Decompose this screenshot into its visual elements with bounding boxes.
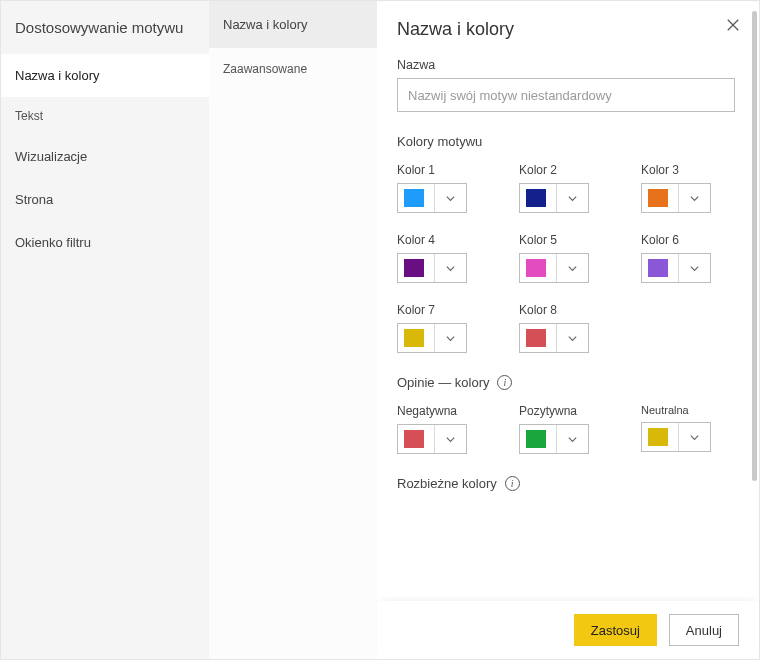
color-item-7: Kolor 7	[397, 303, 479, 353]
feedback-item-positive: Pozytywna	[519, 404, 601, 454]
close-icon	[726, 18, 740, 32]
scrollbar-thumb[interactable]	[752, 11, 757, 481]
color-item-2: Kolor 2	[519, 163, 601, 213]
theme-name-input[interactable]	[397, 78, 735, 112]
feedback-item-negative: Negatywna	[397, 404, 479, 454]
cancel-button-label: Anuluj	[686, 623, 722, 638]
color-chip	[404, 430, 424, 448]
cancel-button[interactable]: Anuluj	[669, 614, 739, 646]
color-swatch-dropdown[interactable]	[641, 183, 711, 213]
color-chip	[404, 329, 424, 347]
color-swatch-dropdown[interactable]	[519, 424, 589, 454]
dialog-footer: Zastosuj Anuluj	[377, 601, 759, 659]
color-swatch-dropdown[interactable]	[519, 323, 589, 353]
feedback-colors-section: Opinie — kolory i	[397, 375, 735, 390]
color-chip	[526, 189, 546, 207]
theme-colors-grid: Kolor 1 Kolor 2 Kolor 3	[397, 163, 735, 353]
color-item-1: Kolor 1	[397, 163, 479, 213]
color-item-6: Kolor 6	[641, 233, 723, 283]
name-field-label: Nazwa	[397, 58, 735, 72]
color-label: Neutralna	[641, 404, 723, 416]
sidebar1-item-label: Tekst	[15, 109, 43, 123]
color-chip	[526, 259, 546, 277]
chevron-down-icon	[557, 193, 588, 204]
divergent-colors-label: Rozbieżne kolory	[397, 476, 497, 491]
color-chip	[404, 189, 424, 207]
color-label: Kolor 1	[397, 163, 479, 177]
panel-title: Nazwa i kolory	[397, 19, 735, 40]
color-chip	[648, 259, 668, 277]
dialog-frame: Dostosowywanie motywu Nazwa i kolory Tek…	[0, 0, 760, 660]
chevron-down-icon	[435, 434, 466, 445]
feedback-item-neutral: Neutralna	[641, 404, 723, 454]
chevron-down-icon	[679, 263, 710, 274]
color-item-5: Kolor 5	[519, 233, 601, 283]
chevron-down-icon	[435, 193, 466, 204]
chevron-down-icon	[679, 193, 710, 204]
sidebar1-item-label: Wizualizacje	[15, 149, 87, 164]
color-label: Negatywna	[397, 404, 479, 418]
color-swatch-dropdown[interactable]	[397, 253, 467, 283]
color-label: Kolor 4	[397, 233, 479, 247]
sidebar1-item-label: Nazwa i kolory	[15, 68, 100, 83]
color-swatch-dropdown[interactable]	[641, 422, 711, 452]
sidebar2-item-label: Nazwa i kolory	[223, 17, 308, 32]
sidebar1-item-page[interactable]: Strona	[1, 178, 209, 221]
chevron-down-icon	[435, 333, 466, 344]
theme-colors-section-label: Kolory motywu	[397, 134, 735, 149]
info-icon[interactable]: i	[505, 476, 520, 491]
sidebar1-item-label: Strona	[15, 192, 53, 207]
color-swatch-dropdown[interactable]	[641, 253, 711, 283]
sidebar1-title: Dostosowywanie motywu	[1, 1, 209, 54]
color-swatch-dropdown[interactable]	[397, 183, 467, 213]
color-chip	[404, 259, 424, 277]
color-item-4: Kolor 4	[397, 233, 479, 283]
color-label: Kolor 7	[397, 303, 479, 317]
color-swatch-dropdown[interactable]	[397, 323, 467, 353]
sidebar1-item-visualizations[interactable]: Wizualizacje	[1, 135, 209, 178]
sidebar2-item-label: Zaawansowane	[223, 62, 307, 76]
color-label: Kolor 3	[641, 163, 723, 177]
color-label: Kolor 6	[641, 233, 723, 247]
chevron-down-icon	[557, 434, 588, 445]
sidebar1-item-filter-pane[interactable]: Okienko filtru	[1, 221, 209, 264]
chevron-down-icon	[557, 263, 588, 274]
color-swatch-dropdown[interactable]	[397, 424, 467, 454]
sidebar-level-1: Dostosowywanie motywu Nazwa i kolory Tek…	[1, 1, 209, 659]
color-chip	[526, 329, 546, 347]
color-label: Kolor 8	[519, 303, 601, 317]
sidebar-level-2: Nazwa i kolory Zaawansowane	[209, 1, 377, 659]
feedback-colors-label: Opinie — kolory	[397, 375, 489, 390]
apply-button-label: Zastosuj	[591, 623, 640, 638]
color-label: Pozytywna	[519, 404, 601, 418]
chevron-down-icon	[435, 263, 466, 274]
color-swatch-dropdown[interactable]	[519, 183, 589, 213]
color-chip	[526, 430, 546, 448]
chevron-down-icon	[679, 432, 710, 443]
info-icon[interactable]: i	[497, 375, 512, 390]
main-panel: Nazwa i kolory Nazwa Kolory motywu Kolor…	[377, 1, 759, 659]
sidebar1-item-text[interactable]: Tekst	[1, 97, 209, 135]
sidebar2-item-advanced[interactable]: Zaawansowane	[209, 48, 377, 90]
color-item-3: Kolor 3	[641, 163, 723, 213]
chevron-down-icon	[557, 333, 588, 344]
color-chip	[648, 428, 668, 446]
close-button[interactable]	[721, 13, 745, 37]
sidebar1-item-name-and-colors[interactable]: Nazwa i kolory	[1, 54, 209, 97]
color-label: Kolor 5	[519, 233, 601, 247]
color-item-8: Kolor 8	[519, 303, 601, 353]
color-label: Kolor 2	[519, 163, 601, 177]
color-swatch-dropdown[interactable]	[519, 253, 589, 283]
sidebar1-item-label: Okienko filtru	[15, 235, 91, 250]
color-chip	[648, 189, 668, 207]
sidebar2-item-name-and-colors[interactable]: Nazwa i kolory	[209, 1, 377, 48]
feedback-colors-grid: Negatywna Pozytywna Neutralna	[397, 404, 735, 454]
apply-button[interactable]: Zastosuj	[574, 614, 657, 646]
divergent-colors-section: Rozbieżne kolory i	[397, 476, 735, 491]
